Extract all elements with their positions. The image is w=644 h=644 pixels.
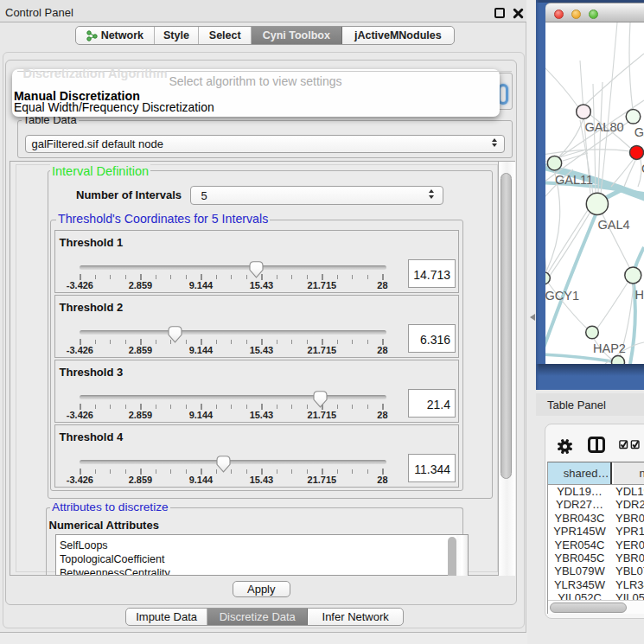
svg-text:HAP2: HAP2 xyxy=(593,341,626,355)
svg-text:HIS4: HIS4 xyxy=(635,288,644,302)
svg-text:GAL4: GAL4 xyxy=(598,218,630,232)
svg-text:GAL80: GAL80 xyxy=(584,120,623,134)
svg-text:GA: GA xyxy=(634,125,644,139)
svg-text:GAL11: GAL11 xyxy=(555,173,593,187)
svg-text:GCY1: GCY1 xyxy=(545,289,579,303)
